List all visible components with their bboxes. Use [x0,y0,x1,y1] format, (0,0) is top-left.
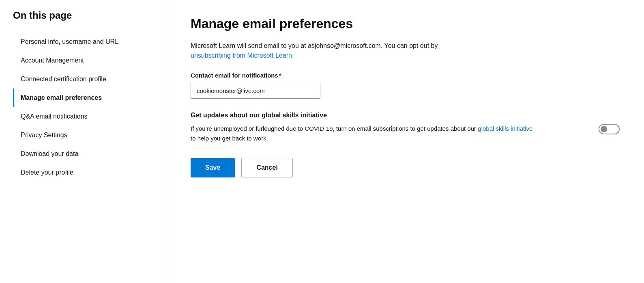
cancel-button[interactable]: Cancel [241,158,292,177]
required-star: * [279,72,281,79]
skills-initiative-link[interactable]: global skills initiative [478,125,532,132]
skills-row: If you're unemployed or furloughed due t… [191,124,620,143]
sidebar-item-download-data[interactable]: Download your data [13,145,153,163]
sidebar-item-personal-info[interactable]: Personal info, username and URL [13,32,153,51]
sidebar-link-personal-info[interactable]: Personal info, username and URL [13,32,153,51]
sidebar: On this page Personal info, username and… [0,0,166,283]
page-title: Manage email preferences [191,16,620,31]
toggle-slider [599,124,620,134]
contact-email-input[interactable] [191,83,320,99]
sidebar-item-delete-profile[interactable]: Delete your profile [13,163,153,182]
sidebar-item-privacy-settings[interactable]: Privacy Settings [13,126,153,145]
sidebar-link-connected-certification[interactable]: Connected certification profile [13,70,153,89]
toggle-wrapper [599,124,620,134]
toggle-label[interactable] [599,124,620,134]
contact-email-label: Contact email for notifications* [191,72,620,79]
skills-desc-after: to help you get back to work. [191,135,268,142]
sidebar-item-manage-email[interactable]: Manage email preferences [13,89,153,107]
sidebar-item-account-management[interactable]: Account Management [13,51,153,70]
skills-desc-before: If you're unemployed or furloughed due t… [191,125,476,132]
sidebar-link-qa-email[interactable]: Q&A email notifications [13,107,153,126]
main-content: Manage email preferences Microsoft Learn… [166,0,644,283]
save-button[interactable]: Save [191,158,235,177]
sidebar-link-account-management[interactable]: Account Management [13,51,153,70]
sidebar-link-privacy-settings[interactable]: Privacy Settings [13,126,153,145]
buttons-row: Save Cancel [191,158,620,177]
sidebar-link-delete-profile[interactable]: Delete your profile [13,163,153,182]
description-text: Microsoft Learn will send email to you a… [191,41,620,60]
sidebar-link-manage-email[interactable]: Manage email preferences [13,89,153,107]
sidebar-link-download-data[interactable]: Download your data [13,145,153,163]
skills-section: Get updates about our global skills init… [191,112,620,143]
sidebar-item-connected-certification[interactable]: Connected certification profile [13,70,153,89]
description-static: Microsoft Learn will send email to you a… [191,42,438,49]
skills-description: If you're unemployed or furloughed due t… [191,124,535,143]
sidebar-title: On this page [13,10,153,21]
sidebar-item-qa-email[interactable]: Q&A email notifications [13,107,153,126]
skills-section-title: Get updates about our global skills init… [191,112,620,119]
unsubscribe-link[interactable]: unsubscribing from Microsoft Learn. [191,52,294,59]
sidebar-nav: Personal info, username and URL Account … [13,32,153,182]
contact-email-section: Contact email for notifications* [191,72,620,99]
